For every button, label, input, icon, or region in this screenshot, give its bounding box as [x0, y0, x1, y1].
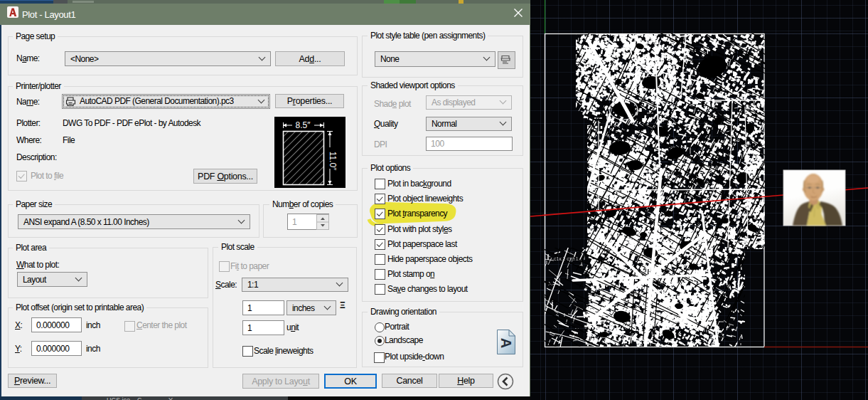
svg-text:A: A: [498, 338, 514, 348]
svg-text:8.5″: 8.5″: [296, 120, 311, 130]
svg-text:11.0″: 11.0″: [328, 152, 338, 171]
svg-text:с1к.2 стр.1: с1к.2 стр.1: [554, 256, 579, 262]
